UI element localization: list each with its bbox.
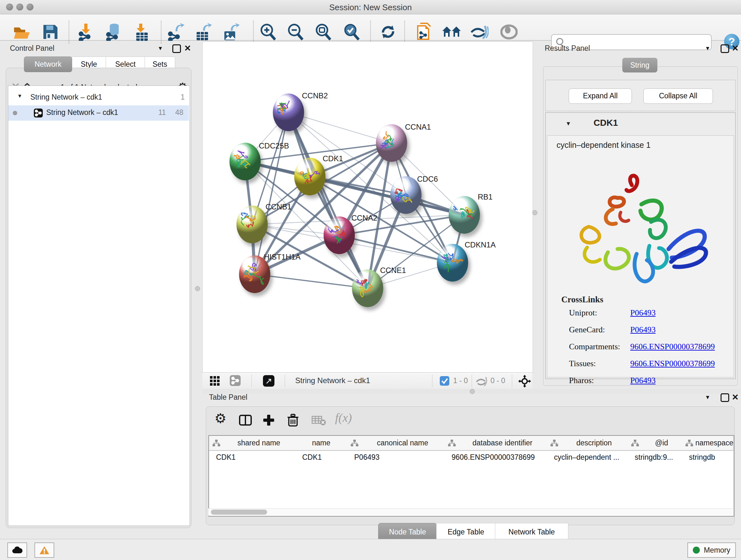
cloud-button[interactable]	[7, 543, 27, 558]
show-all-eye-icon[interactable]	[500, 24, 518, 42]
table-cell[interactable]: CDK1	[209, 451, 295, 463]
tab-edge-table[interactable]: Edge Table	[436, 523, 495, 541]
home-icon[interactable]	[442, 24, 461, 41]
fit-content-crosshair-icon[interactable]	[518, 375, 531, 389]
zoom-fit-icon[interactable]	[314, 23, 332, 43]
network-node-ccna2[interactable]	[324, 216, 355, 254]
create-column-plus-icon[interactable]	[262, 414, 275, 428]
title-bar: Session: New Session	[0, 0, 741, 14]
column-header-label: description	[560, 439, 628, 447]
scrollbar-thumb[interactable]	[211, 509, 267, 515]
show-columns-icon[interactable]	[239, 415, 252, 428]
table-cell[interactable]: 9606.ENSP00000378699	[445, 451, 547, 463]
gene-collapse-caret-icon[interactable]: ▼	[565, 120, 571, 127]
memory-button[interactable]: Memory	[687, 543, 736, 558]
results-panel-menu-caret-icon[interactable]: ▼	[705, 45, 711, 52]
splitter-handle[interactable]	[470, 389, 475, 394]
export-network-icon[interactable]	[167, 23, 185, 43]
crosslink-link[interactable]: 9606.ENSP00000378699	[630, 359, 715, 368]
import-table-icon[interactable]	[134, 23, 150, 43]
hidden-eye-slash-icon[interactable]	[475, 376, 488, 388]
tab-network-table[interactable]: Network Table	[495, 523, 568, 541]
save-session-icon[interactable]	[42, 23, 59, 42]
warnings-button[interactable]	[35, 543, 54, 558]
table-cell[interactable]: cyclin–dependent ...	[547, 451, 628, 463]
results-panel-close-icon[interactable]: ✕	[732, 44, 739, 52]
control-panel-float-icon[interactable]	[172, 44, 181, 53]
crosslink-link[interactable]: P06493	[630, 308, 656, 317]
network-node-rb1[interactable]	[449, 196, 480, 234]
function-builder-icon[interactable]: f(x)	[335, 411, 352, 425]
network-canvas[interactable]: CCNB2CCNA1CDC25BCDK1CDC6RB1CCNB1CCNA2CDK…	[202, 42, 533, 373]
zoom-out-icon[interactable]	[286, 23, 305, 43]
export-image-icon[interactable]	[222, 23, 240, 43]
table-cell[interactable]: stringdb:9...	[628, 451, 682, 463]
string-protein-query-icon[interactable]	[416, 23, 432, 43]
open-session-icon[interactable]	[12, 23, 31, 42]
network-node-ccna1[interactable]	[376, 124, 407, 162]
collapse-all-button[interactable]: Collapse All	[643, 88, 713, 104]
import-network-from-database-icon[interactable]	[105, 23, 123, 43]
column-header-description[interactable]: description	[547, 436, 628, 451]
crosslink-value: P06493	[630, 308, 656, 318]
control-panel-close-icon[interactable]: ✕	[184, 44, 191, 52]
hidden-count: 0 - 0	[490, 376, 505, 385]
zoom-in-icon[interactable]	[259, 23, 277, 43]
delete-table-icon[interactable]	[312, 416, 326, 428]
open-in-new-window-icon[interactable]: ↗	[263, 375, 274, 387]
column-header-database-identifier[interactable]: database identifier	[445, 436, 547, 451]
right-splitter-handle[interactable]	[532, 210, 537, 215]
left-splitter-handle[interactable]	[195, 286, 200, 291]
crosslink-link[interactable]: P06493	[630, 376, 656, 385]
crosslink-label: Compartments:	[569, 342, 620, 352]
crosslink-link[interactable]: P06493	[630, 325, 656, 334]
table-panel-close-icon[interactable]: ✕	[732, 393, 739, 401]
delete-column-trash-icon[interactable]	[286, 413, 299, 429]
column-header-name[interactable]: name	[295, 436, 347, 451]
export-table-icon[interactable]	[195, 23, 212, 43]
network-node-ccnb1[interactable]	[237, 206, 268, 243]
table-horizontal-scrollbar[interactable]	[208, 508, 733, 516]
node-label-hist1h1a: HIST1H1A	[264, 253, 300, 261]
column-header-namespace[interactable]: namespace	[682, 436, 733, 451]
string-network-badge-icon[interactable]	[230, 375, 241, 386]
birds-eye-view-icon[interactable]	[210, 376, 220, 388]
network-node-ccnb2[interactable]	[273, 94, 304, 131]
network-node-cdc25b[interactable]	[229, 143, 261, 180]
column-header--id[interactable]: @id	[628, 436, 682, 451]
table-panel-menu-caret-icon[interactable]: ▼	[705, 394, 711, 401]
control-panel-menu-caret-icon[interactable]: ▼	[158, 45, 163, 52]
tab-network[interactable]: Network	[24, 57, 72, 72]
toolbar-separator	[472, 374, 472, 387]
tab-string[interactable]: String	[622, 58, 657, 72]
selected-checkbox-icon[interactable]	[440, 376, 449, 386]
network-row-selected[interactable]: String Network – cdk1 11 48	[8, 105, 189, 121]
tab-node-table[interactable]: Node Table	[378, 523, 437, 541]
expand-all-button[interactable]: Expand All	[569, 88, 632, 104]
network-collection-row[interactable]: ▼ String Network – cdk1 1	[8, 90, 189, 105]
toolbar-separator	[253, 21, 254, 44]
crosslink-label: Pharos:	[569, 376, 594, 385]
refresh-icon[interactable]	[379, 23, 397, 43]
selected-count: 1 - 0	[453, 376, 468, 385]
node-label-ccna1: CCNA1	[405, 123, 431, 132]
crosslink-link[interactable]: 9606.ENSP00000378699	[630, 342, 715, 351]
network-node-cdk1[interactable]	[294, 158, 326, 195]
network-node-ccne1[interactable]	[352, 269, 383, 307]
results-panel-float-icon[interactable]	[721, 44, 729, 53]
horizontal-splitter[interactable]	[202, 389, 741, 394]
table-panel-float-icon[interactable]	[721, 393, 729, 402]
import-network-icon[interactable]	[78, 23, 95, 43]
table-cell[interactable]: stringdb	[682, 451, 733, 463]
hide-selected-eye-slash-icon[interactable]	[470, 24, 488, 42]
toolbar-separator	[512, 374, 512, 387]
node-table[interactable]: shared namenamecanonical namedatabase id…	[208, 435, 734, 516]
column-header-shared-name[interactable]: shared name	[209, 436, 295, 451]
table-cell[interactable]: CDK1	[295, 451, 347, 463]
table-cell[interactable]: P06493	[347, 451, 445, 463]
table-options-gear-icon[interactable]: ⚙	[214, 411, 226, 426]
collection-expand-caret-icon[interactable]: ▼	[17, 93, 22, 99]
column-header-canonical-name[interactable]: canonical name	[347, 436, 445, 451]
zoom-selected-icon[interactable]	[343, 23, 360, 43]
network-node-cdkn1a[interactable]	[437, 244, 468, 282]
